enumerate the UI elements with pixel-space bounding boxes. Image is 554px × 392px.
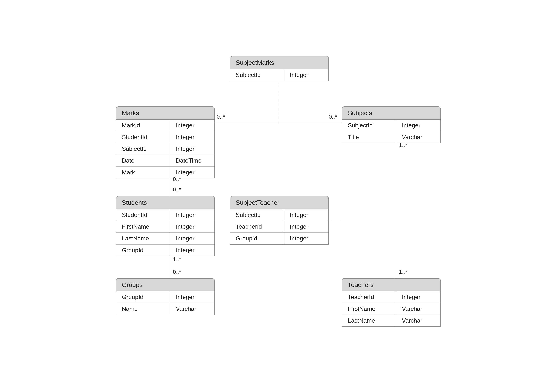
entity-title: SubjectTeacher xyxy=(230,196,328,209)
field-type: Integer xyxy=(170,143,214,154)
field-name: LastName xyxy=(116,233,170,244)
field-type: DateTime xyxy=(170,155,214,166)
field-row: MarkInteger xyxy=(116,167,214,178)
field-name: SubjectId xyxy=(230,209,284,221)
field-row: NameVarchar xyxy=(116,303,214,315)
entity-marks: Marks MarkIdIntegerStudentIdIntegerSubje… xyxy=(116,106,215,178)
field-type: Integer xyxy=(170,245,214,256)
field-type: Varchar xyxy=(396,315,440,326)
multiplicity-groups-top: 0..* xyxy=(173,269,181,275)
field-name: SubjectId xyxy=(342,120,396,131)
field-row: TeacherIdInteger xyxy=(342,291,440,303)
field-row: SubjectIdInteger xyxy=(230,69,328,81)
field-name: SubjectId xyxy=(230,69,284,81)
field-row: LastNameVarchar xyxy=(342,315,440,326)
field-row: FirstNameInteger xyxy=(116,221,214,233)
entity-rows: StudentIdIntegerFirstNameIntegerLastName… xyxy=(116,209,214,256)
field-name: Mark xyxy=(116,167,170,178)
field-name: Name xyxy=(116,303,170,315)
field-type: Varchar xyxy=(170,303,214,315)
field-row: SubjectIdInteger xyxy=(230,209,328,221)
diagram-canvas: SubjectMarks SubjectIdInteger Marks Mark… xyxy=(0,0,554,392)
entity-rows: MarkIdIntegerStudentIdIntegerSubjectIdIn… xyxy=(116,120,214,178)
multiplicity-teachers-top: 1..* xyxy=(399,269,407,275)
entity-rows: SubjectIdIntegerTeacherIdIntegerGroupIdI… xyxy=(230,209,328,244)
entity-subjectmarks: SubjectMarks SubjectIdInteger xyxy=(230,56,329,81)
entity-title: Marks xyxy=(116,107,214,120)
field-name: TeacherId xyxy=(342,291,396,303)
field-type: Varchar xyxy=(396,131,440,143)
multiplicity-marks-bottom: 0..* xyxy=(173,176,181,182)
entity-rows: TeacherIdIntegerFirstNameVarcharLastName… xyxy=(342,291,440,326)
field-name: MarkId xyxy=(116,120,170,131)
multiplicity-students-top: 0..* xyxy=(173,186,181,193)
field-name: SubjectId xyxy=(116,143,170,154)
field-type: Integer xyxy=(170,221,214,232)
field-type: Integer xyxy=(396,291,440,303)
field-name: Title xyxy=(342,131,396,143)
field-name: FirstName xyxy=(116,221,170,232)
entity-rows: SubjectIdIntegerTitleVarchar xyxy=(342,120,440,143)
field-row: StudentIdInteger xyxy=(116,131,214,143)
field-type: Integer xyxy=(170,209,214,221)
entity-rows: GroupIdIntegerNameVarchar xyxy=(116,291,214,315)
field-name: GroupId xyxy=(230,233,284,244)
entity-rows: SubjectIdInteger xyxy=(230,69,328,81)
field-name: GroupId xyxy=(116,245,170,256)
field-row: GroupIdInteger xyxy=(116,245,214,256)
field-row: SubjectIdInteger xyxy=(342,120,440,131)
field-type: Integer xyxy=(284,69,328,81)
entity-subjectteacher: SubjectTeacher SubjectIdIntegerTeacherId… xyxy=(230,196,329,245)
field-row: MarkIdInteger xyxy=(116,120,214,131)
field-row: TitleVarchar xyxy=(342,131,440,143)
field-type: Integer xyxy=(284,221,328,232)
multiplicity-students-bottom: 1..* xyxy=(173,256,181,262)
field-type: Integer xyxy=(170,131,214,143)
entity-title: Subjects xyxy=(342,107,440,120)
field-row: LastNameInteger xyxy=(116,233,214,245)
field-name: TeacherId xyxy=(230,221,284,232)
field-row: GroupIdInteger xyxy=(230,233,328,244)
field-name: LastName xyxy=(342,315,396,326)
field-name: FirstName xyxy=(342,303,396,315)
entity-title: Teachers xyxy=(342,279,440,291)
field-type: Integer xyxy=(284,233,328,244)
field-name: StudentId xyxy=(116,131,170,143)
field-name: GroupId xyxy=(116,291,170,303)
field-row: StudentIdInteger xyxy=(116,209,214,221)
field-type: Integer xyxy=(284,209,328,221)
field-row: DateDateTime xyxy=(116,155,214,167)
field-type: Integer xyxy=(170,120,214,131)
field-type: Varchar xyxy=(396,303,440,315)
entity-subjects: Subjects SubjectIdIntegerTitleVarchar xyxy=(342,106,441,143)
entity-teachers: Teachers TeacherIdIntegerFirstNameVarcha… xyxy=(342,278,441,327)
field-row: GroupIdInteger xyxy=(116,291,214,303)
field-name: Date xyxy=(116,155,170,166)
multiplicity-marks-right: 0..* xyxy=(217,113,225,120)
field-row: SubjectIdInteger xyxy=(116,143,214,155)
field-name: StudentId xyxy=(116,209,170,221)
field-row: FirstNameVarchar xyxy=(342,303,440,315)
field-type: Integer xyxy=(170,291,214,303)
field-row: TeacherIdInteger xyxy=(230,221,328,233)
entity-title: Groups xyxy=(116,279,214,291)
entity-title: SubjectMarks xyxy=(230,56,328,69)
multiplicity-subjects-left: 0..* xyxy=(329,113,337,120)
field-type: Integer xyxy=(170,233,214,244)
field-type: Integer xyxy=(396,120,440,131)
entity-students: Students StudentIdIntegerFirstNameIntege… xyxy=(116,196,215,256)
entity-groups: Groups GroupIdIntegerNameVarchar xyxy=(116,278,215,315)
entity-title: Students xyxy=(116,196,214,209)
multiplicity-subjects-bottom: 1..* xyxy=(399,142,407,148)
